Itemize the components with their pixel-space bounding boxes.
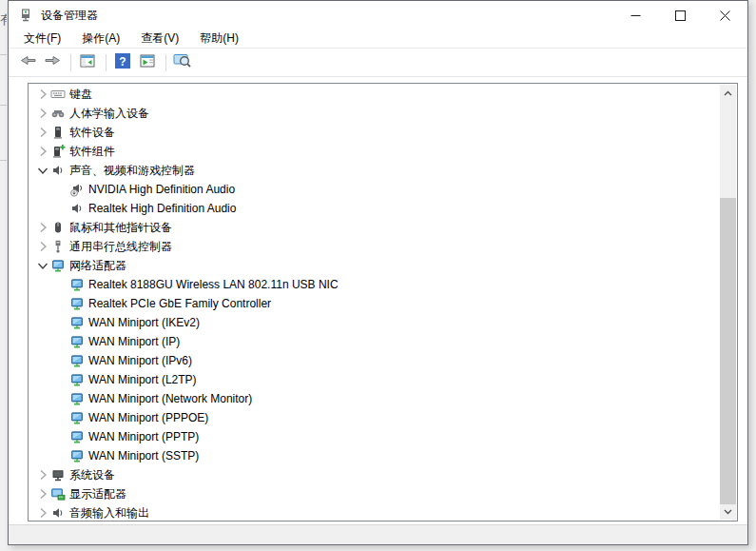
tree-row[interactable]: 通用串行总线控制器 xyxy=(29,237,720,256)
network-adapter-icon xyxy=(69,296,85,311)
show-console-tree-icon xyxy=(79,52,96,73)
chevron-collapsed-icon[interactable] xyxy=(35,467,50,482)
chevron-collapsed-icon[interactable] xyxy=(35,220,50,235)
tree-row[interactable]: 软件设备 xyxy=(29,123,720,142)
console-content: 键盘人体学输入设备软件设备软件组件声音、视频和游戏控制器NVIDIA High … xyxy=(9,79,747,524)
chevron-expanded-icon[interactable] xyxy=(35,258,50,273)
close-icon xyxy=(720,10,730,21)
display-adapter-icon xyxy=(50,486,66,502)
tree-item-label: 声音、视频和游戏控制器 xyxy=(69,163,195,179)
tree-row[interactable]: 系统设备 xyxy=(29,465,720,484)
tree-item-label: 显示适配器 xyxy=(69,486,126,502)
menu-item-view[interactable]: 查看(V) xyxy=(130,29,189,49)
software-component-icon xyxy=(50,144,66,159)
menu-item-action[interactable]: 操作(A) xyxy=(71,29,130,49)
background-text: 有 xyxy=(0,11,7,29)
tree-item-label: 键盘 xyxy=(69,87,92,103)
tree-item-label: WAN Miniport (IKEv2) xyxy=(88,316,200,329)
tree-item-label: 通用串行总线控制器 xyxy=(69,239,172,255)
tree-row[interactable]: 人体学输入设备 xyxy=(29,104,720,123)
tree-row[interactable]: WAN Miniport (Network Monitor) xyxy=(29,389,720,408)
tree-row[interactable]: WAN Miniport (IPv6) xyxy=(29,351,720,370)
scroll-up-button[interactable] xyxy=(720,85,736,101)
audio-io-icon xyxy=(50,505,66,520)
menu-item-help[interactable]: 帮助(H) xyxy=(189,29,249,49)
chevron-collapsed-icon[interactable] xyxy=(35,87,50,102)
help-button[interactable]: ? xyxy=(111,51,134,74)
audio-device-disabled-icon xyxy=(69,182,85,197)
status-bar xyxy=(9,524,747,544)
minimize-button[interactable] xyxy=(613,1,658,30)
scan-hardware-button[interactable] xyxy=(171,51,194,74)
close-button[interactable] xyxy=(703,1,747,30)
tree-row[interactable]: 软件组件 xyxy=(29,142,720,161)
tree-item-label: 人体学输入设备 xyxy=(69,106,149,122)
tree-row[interactable]: WAN Miniport (IP) xyxy=(29,332,720,351)
chevron-collapsed-icon[interactable] xyxy=(35,239,50,254)
tree-row[interactable]: WAN Miniport (IKEv2) xyxy=(29,313,720,332)
tree-row[interactable]: 显示适配器 xyxy=(29,484,720,503)
show-console-tree-button[interactable] xyxy=(76,51,99,74)
tree-item-label: 系统设备 xyxy=(69,467,115,483)
tree-row[interactable]: 鼠标和其他指针设备 xyxy=(29,218,720,237)
network-adapter-icon xyxy=(69,372,85,387)
network-adapter-icon xyxy=(69,277,85,292)
menu-bar: 文件(F)操作(A)查看(V)帮助(H) xyxy=(9,30,747,49)
chevron-expanded-icon[interactable] xyxy=(35,163,50,178)
tree-item-label: WAN Miniport (IPv6) xyxy=(88,354,192,367)
chevron-down-icon xyxy=(724,509,732,515)
tree-row[interactable]: Realtek 8188GU Wireless LAN 802.11n USB … xyxy=(29,275,720,294)
tree-row[interactable]: 音频输入和输出 xyxy=(29,503,720,520)
network-adapter-icon xyxy=(69,391,85,406)
window-title: 设备管理器 xyxy=(41,8,98,24)
chevron-collapsed-icon[interactable] xyxy=(35,144,50,159)
network-adapter-icon xyxy=(69,334,85,349)
system-device-icon xyxy=(50,467,66,482)
tree-row[interactable]: Realtek PCIe GbE Family Controller xyxy=(29,294,720,313)
device-manager-icon xyxy=(18,8,33,23)
tree-row[interactable]: 声音、视频和游戏控制器 xyxy=(29,161,720,180)
tree-item-label: WAN Miniport (L2TP) xyxy=(88,373,197,386)
mouse-icon xyxy=(50,220,66,235)
tree-item-label: 网络适配器 xyxy=(69,258,126,274)
tree-row[interactable]: 键盘 xyxy=(29,85,720,104)
title-bar[interactable]: 设备管理器 xyxy=(9,1,747,30)
network-adapter-icon xyxy=(69,353,85,368)
forward-icon xyxy=(44,52,62,72)
chevron-collapsed-icon[interactable] xyxy=(35,106,50,121)
device-tree-panel: 键盘人体学输入设备软件设备软件组件声音、视频和游戏控制器NVIDIA High … xyxy=(28,83,738,521)
tree-row[interactable]: Realtek High Definition Audio xyxy=(29,199,720,218)
toolbar-separator xyxy=(106,54,107,71)
maximize-button[interactable] xyxy=(658,1,703,30)
keyboard-icon xyxy=(50,87,66,102)
audio-device-icon xyxy=(69,201,85,216)
vertical-scrollbar[interactable] xyxy=(720,85,736,520)
network-adapter-icon xyxy=(69,429,85,444)
back-button[interactable] xyxy=(16,51,39,74)
chevron-up-icon xyxy=(724,90,732,96)
tree-row[interactable]: WAN Miniport (PPPOE) xyxy=(29,408,720,427)
tree-item-label: WAN Miniport (PPTP) xyxy=(88,430,199,443)
scrollbar-thumb[interactable] xyxy=(720,198,736,504)
tree-row[interactable]: WAN Miniport (PPTP) xyxy=(29,427,720,446)
chevron-collapsed-icon[interactable] xyxy=(35,125,50,140)
tree-row[interactable]: WAN Miniport (L2TP) xyxy=(29,370,720,389)
tree-row[interactable]: WAN Miniport (SSTP) xyxy=(29,446,720,465)
device-manager-window: 设备管理器 文件(F)操作(A)查看(V)帮助(H) ? 键盘人体学输入设备软件… xyxy=(8,0,748,545)
menu-item-file[interactable]: 文件(F) xyxy=(13,29,71,49)
tree-item-label: WAN Miniport (Network Monitor) xyxy=(88,392,252,405)
chevron-collapsed-icon[interactable] xyxy=(35,505,50,520)
forward-button[interactable] xyxy=(41,51,64,74)
tree-row[interactable]: 网络适配器 xyxy=(29,256,720,275)
tree-item-label: WAN Miniport (IP) xyxy=(88,335,180,348)
properties-button[interactable] xyxy=(136,51,159,74)
toolbar: ? xyxy=(9,49,747,77)
scroll-down-button[interactable] xyxy=(720,503,736,520)
software-device-icon xyxy=(50,125,66,140)
toolbar-separator xyxy=(70,54,71,71)
sound-controller-icon xyxy=(50,163,66,178)
tree-row[interactable]: NVIDIA High Definition Audio xyxy=(29,180,720,199)
chevron-collapsed-icon[interactable] xyxy=(35,486,50,502)
background-window-edge xyxy=(0,160,7,161)
tree-item-label: WAN Miniport (PPPOE) xyxy=(88,411,208,424)
